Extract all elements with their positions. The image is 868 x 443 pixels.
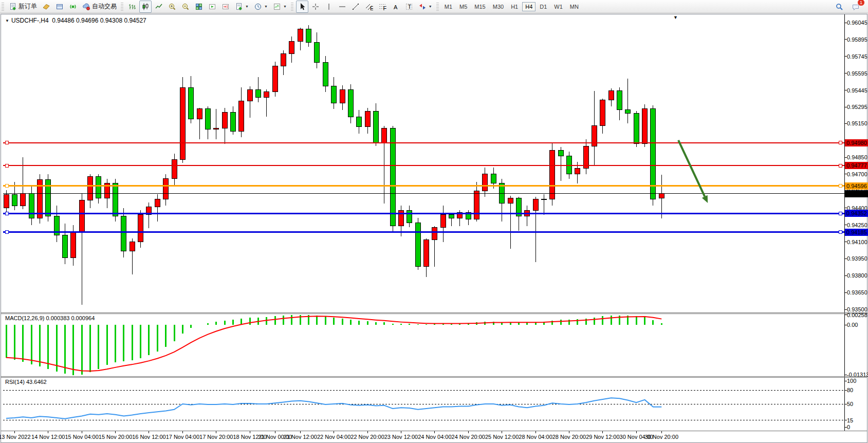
svg-text:13 Nov 2022: 13 Nov 2022 <box>0 434 31 440</box>
svg-text:15 Nov 04:00: 15 Nov 04:00 <box>65 434 98 440</box>
svg-text:0.95745: 0.95745 <box>847 53 867 60</box>
price-level-badge: 0.94185 <box>845 229 868 236</box>
chart-window-menu-icon[interactable]: ▼ <box>673 15 678 20</box>
price-level-badge: 0.94596 <box>845 182 868 190</box>
svg-text:0.95445: 0.95445 <box>847 87 867 94</box>
svg-text:0.93950: 0.93950 <box>847 255 867 262</box>
svg-text:0.95295: 0.95295 <box>847 104 867 110</box>
svg-text:0.002587: 0.002587 <box>847 312 868 318</box>
svg-text:0.94352: 0.94352 <box>846 210 867 216</box>
svg-text:0.94596: 0.94596 <box>846 183 867 189</box>
rsi-value: 43.6462 <box>26 379 47 385</box>
svg-text:14 Nov 12:00: 14 Nov 12:00 <box>31 434 65 440</box>
svg-text:0.95150: 0.95150 <box>847 120 867 126</box>
chart-canvas[interactable]: 0.960450.958950.957450.955950.954450.952… <box>0 0 868 443</box>
chart-title: ▼USDCHF-,H4 0.94486 0.94696 0.94308 0.94… <box>5 17 146 24</box>
line-handle[interactable] <box>5 212 8 215</box>
svg-text:25 Nov 12:00: 25 Nov 12:00 <box>485 434 519 440</box>
svg-text:28 Nov 20:00: 28 Nov 20:00 <box>552 434 586 440</box>
svg-text:17 Nov 20:00: 17 Nov 20:00 <box>199 434 233 440</box>
price-level-badge: 0.94777 <box>845 162 868 169</box>
svg-text:0.95595: 0.95595 <box>847 70 867 77</box>
line-handle[interactable] <box>839 141 842 144</box>
line-handle[interactable] <box>839 212 842 215</box>
svg-text:0.94250: 0.94250 <box>847 222 867 228</box>
svg-text:0.00: 0.00 <box>847 322 858 328</box>
line-handle[interactable] <box>5 184 8 188</box>
rsi-pane-label: RSI(14) 43.6462 <box>5 379 47 385</box>
svg-text:24 Nov 04:00: 24 Nov 04:00 <box>418 434 451 440</box>
svg-text:0.94777: 0.94777 <box>846 162 867 169</box>
svg-text:0: 0 <box>847 424 850 430</box>
chart-ohlc-values: 0.94486 0.94696 0.94308 0.94527 <box>52 17 146 24</box>
svg-text:0.94185: 0.94185 <box>846 229 867 235</box>
line-handle[interactable] <box>5 164 8 167</box>
bid-price-badge: 0.94527 <box>845 190 868 197</box>
svg-text:0.93800: 0.93800 <box>847 272 867 279</box>
svg-text:17 Nov 04:00: 17 Nov 04:00 <box>166 434 199 440</box>
price-level-badge: 0.94352 <box>845 210 868 217</box>
svg-text:0.94527: 0.94527 <box>846 191 867 197</box>
line-handle[interactable] <box>839 164 842 167</box>
svg-text:15 Nov 20:00: 15 Nov 20:00 <box>99 434 132 440</box>
svg-text:16 Nov 12:00: 16 Nov 12:00 <box>132 434 165 440</box>
svg-text:100: 100 <box>847 378 856 384</box>
svg-text:0.93650: 0.93650 <box>847 289 867 296</box>
svg-text:0.95895: 0.95895 <box>847 36 867 43</box>
svg-text:0.94700: 0.94700 <box>847 171 867 177</box>
svg-text:21 Nov 12:00: 21 Nov 12:00 <box>284 434 317 440</box>
svg-text:28 Nov 04:00: 28 Nov 04:00 <box>519 434 552 440</box>
svg-text:0.94850: 0.94850 <box>847 154 867 160</box>
line-handle[interactable] <box>5 141 8 144</box>
chart-title-triangle-icon[interactable]: ▼ <box>5 19 9 23</box>
svg-text:22 Nov 20:00: 22 Nov 20:00 <box>350 434 384 440</box>
svg-text:15: 15 <box>847 417 853 423</box>
svg-text:23 Nov 12:00: 23 Nov 12:00 <box>384 434 418 440</box>
svg-text:29 Nov 12:00: 29 Nov 12:00 <box>586 434 619 440</box>
svg-text:24 Nov 20:00: 24 Nov 20:00 <box>452 434 485 440</box>
svg-text:50: 50 <box>847 401 853 407</box>
svg-text:30 Nov 20:00: 30 Nov 20:00 <box>645 434 678 440</box>
svg-text:22 Nov 04:00: 22 Nov 04:00 <box>317 434 350 440</box>
macd-pane-label: MACD(12,26,9) 0.000383 0.000964 <box>5 315 95 321</box>
chart-symbol-period: USDCHF-,H4 <box>11 17 49 24</box>
price-level-badge: 0.94980 <box>845 139 868 146</box>
line-handle[interactable] <box>839 231 842 234</box>
line-handle[interactable] <box>839 184 842 188</box>
svg-text:0.96045: 0.96045 <box>847 20 867 26</box>
svg-text:0.94100: 0.94100 <box>847 239 867 245</box>
svg-text:-0.013133: -0.013133 <box>847 372 868 378</box>
svg-text:80: 80 <box>847 387 853 393</box>
macd-values: 0.000383 0.000964 <box>46 315 95 321</box>
line-handle[interactable] <box>5 231 8 234</box>
svg-text:0.94980: 0.94980 <box>846 140 867 146</box>
